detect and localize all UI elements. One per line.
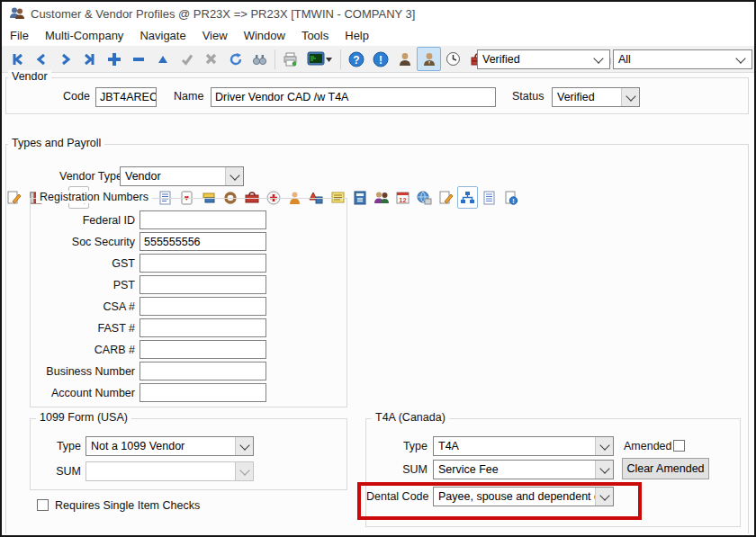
code-input[interactable]: JBT4AREC2 [95,87,157,107]
terminal-screen-icon [307,51,325,67]
registration-numbers-group: Registration Numbers Federal ID Soc Secu… [30,198,347,407]
about-button[interactable]: ! [368,47,392,71]
dental-code-label: Dental Code [366,490,428,503]
menu-view[interactable]: View [194,27,236,44]
two-people-icon [9,6,25,21]
previous-record-icon [34,52,49,67]
customer-mode-button[interactable] [392,47,417,71]
form-1099-group: 1099 Form (USA) Type Not a 1099 Vendor S… [30,418,347,490]
soc-security-input[interactable]: 555555556 [140,232,266,251]
window-title: Customer & Vendor Profiles @ PR23X => PR… [31,7,415,21]
account-number-label: Account Number [31,387,135,399]
registration-numbers-label: Registration Numbers [36,191,152,203]
name-input[interactable]: Driver Vendor CAD /w T4A [211,87,496,107]
federal-id-input[interactable] [140,210,266,229]
business-number-input[interactable] [140,362,266,380]
chevron-down-icon[interactable] [621,88,639,106]
chevron-down-icon [235,462,253,480]
gst-label: GST [31,257,135,270]
print-button[interactable] [278,47,302,71]
first-record-button[interactable] [4,47,29,71]
pst-input[interactable] [140,275,266,294]
soc-security-label: Soc Security [31,236,135,248]
last-record-icon [83,52,97,67]
dental-code-dropdown[interactable]: Payee, spouse and dependent chi [433,487,614,506]
sort-up-button[interactable] [150,47,175,71]
customer-person-icon [398,52,412,67]
help-button[interactable]: ? [344,47,368,71]
svg-text:?: ? [353,53,359,66]
vendor-type-label: Vendor Type [59,170,122,183]
title-bar: Customer & Vendor Profiles @ PR23X => PR… [2,2,754,25]
form-1099-type-label: Type [31,440,81,452]
code-label: Code [63,90,90,103]
menu-help[interactable]: Help [337,27,377,44]
terminal-button[interactable] [302,47,338,71]
help-icon: ? [348,51,364,67]
vendor-mode-button[interactable] [417,47,441,71]
cancel-button[interactable] [199,47,223,71]
t4a-label: T4A (Canada) [372,411,449,424]
delete-record-button[interactable] [126,47,150,71]
clear-amended-button[interactable]: Clear Amended [622,458,709,479]
csa-input[interactable] [140,297,266,316]
next-record-button[interactable] [53,47,77,71]
toolbar-separator [274,49,275,69]
federal-id-label: Federal ID [31,214,135,227]
carb-label: CARB # [31,344,135,356]
printer-icon [283,52,298,67]
scope-filter-value: All [614,53,732,66]
csa-label: CSA # [31,300,135,313]
add-record-button[interactable] [102,47,126,71]
chevron-down-icon[interactable] [595,461,613,479]
business-number-label: Business Number [31,365,135,378]
vendor-group: Vendor Code JBT4AREC2 Name Driver Vendor… [5,77,749,114]
types-payroll-group-label: Types and Payroll [8,137,104,149]
clock-icon [446,51,461,67]
chevron-down-icon[interactable] [595,437,613,455]
t4a-sum-dropdown[interactable]: Service Fee [433,460,614,479]
vendor-type-dropdown[interactable]: Vendor [120,166,244,186]
find-button[interactable] [248,47,272,71]
menu-window[interactable]: Window [236,27,293,44]
menu-multi-company[interactable]: Multi-Company [37,27,131,44]
status-filter-dropdown[interactable]: Verified [477,49,610,69]
t4a-sum-label: SUM [366,463,428,476]
app-window: Customer & Vendor Profiles @ PR23X => PR… [0,0,756,537]
t4a-type-label: Type [366,440,428,452]
menu-bar: File Multi-Company Navigate View Window … [2,25,754,46]
check-icon [180,52,194,67]
menu-file[interactable]: File [2,27,37,44]
t4a-group: T4A (Canada) Type T4A Amended SUM Servic… [365,418,741,527]
scope-filter-dropdown[interactable]: All [613,49,752,69]
form-1099-type-dropdown[interactable]: Not a 1099 Vendor [86,436,254,456]
toolbar-separator [340,49,341,69]
fast-input[interactable] [140,318,266,337]
last-record-button[interactable] [77,47,102,71]
pst-label: PST [31,279,135,291]
carb-input[interactable] [140,340,266,359]
chevron-down-icon[interactable] [225,167,243,185]
amended-label: Amended [624,440,672,452]
menu-navigate[interactable]: Navigate [131,27,194,44]
gst-input[interactable] [140,254,266,273]
save-button[interactable] [175,47,199,71]
binoculars-icon [252,53,267,66]
account-number-input[interactable] [140,383,266,402]
single-item-checkbox[interactable] [37,499,49,511]
clock-button[interactable] [441,47,465,71]
chevron-down-icon [593,53,603,63]
chevron-down-icon[interactable] [235,437,253,455]
triangle-up-icon [157,53,169,66]
minus-icon [131,52,146,67]
client-area: Vendor Code JBT4AREC2 Name Driver Vendor… [2,74,754,535]
svg-text:!: ! [379,53,382,66]
status-dropdown[interactable]: Verified [552,87,640,107]
amended-checkbox[interactable] [673,440,685,452]
previous-record-button[interactable] [29,47,53,71]
t4a-type-dropdown[interactable]: T4A [433,436,614,456]
menu-tools[interactable]: Tools [293,27,337,44]
chevron-down-icon[interactable] [595,488,613,506]
refresh-button[interactable] [223,47,248,71]
form-1099-sum-dropdown [86,461,254,481]
